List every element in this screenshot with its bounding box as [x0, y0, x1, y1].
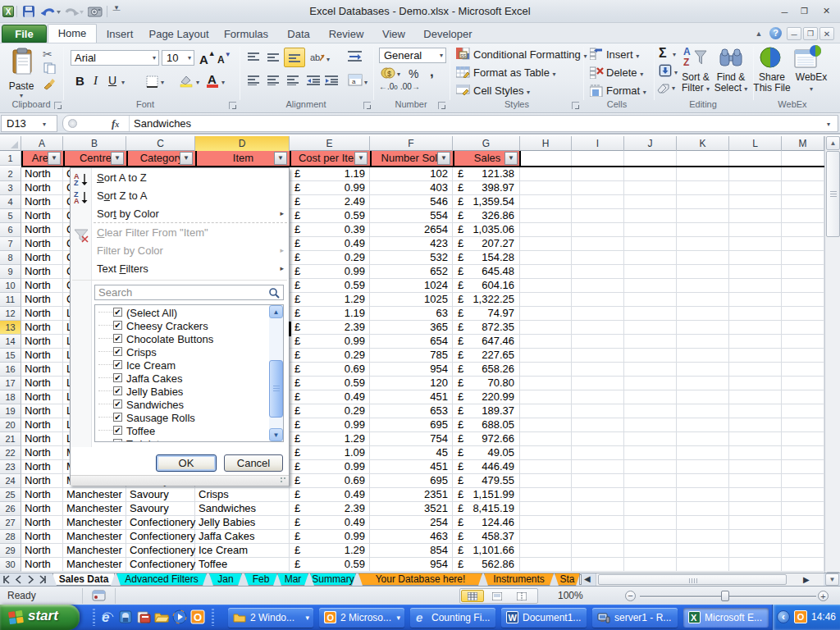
svg-text:A: A [683, 46, 691, 57]
svg-text:X: X [691, 613, 697, 623]
svg-text:e: e [416, 611, 422, 623]
svg-text:Z: Z [74, 179, 79, 186]
svg-text:ab: ab [310, 52, 320, 62]
svg-text:O: O [194, 611, 202, 623]
svg-text:O: O [327, 613, 335, 623]
svg-text:a: a [352, 78, 356, 85]
svg-text:e: e [102, 609, 109, 624]
svg-text:ss: ss [460, 52, 467, 58]
svg-text:A: A [74, 197, 80, 204]
svg-text:W: W [509, 613, 518, 623]
svg-text:Z: Z [683, 57, 689, 68]
svg-text:$: $ [387, 70, 391, 78]
